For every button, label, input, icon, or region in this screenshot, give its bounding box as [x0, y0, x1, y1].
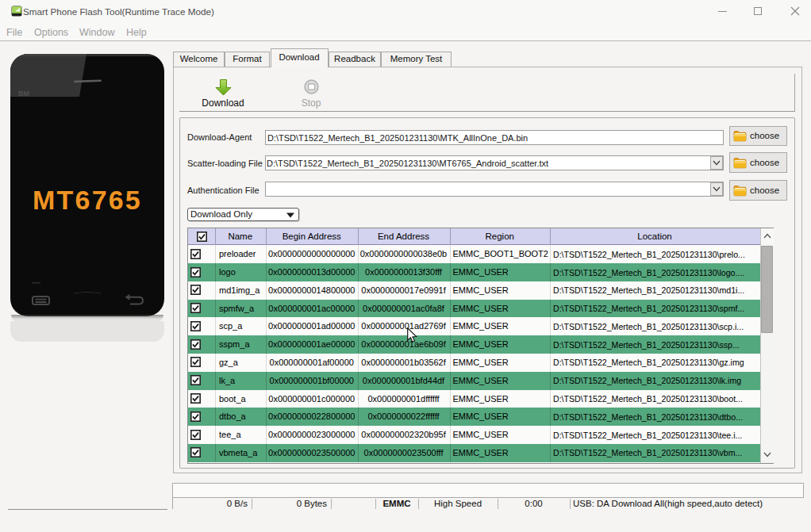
- svg-text:MT6765: MT6765: [33, 185, 142, 215]
- svg-text:BM: BM: [18, 90, 29, 98]
